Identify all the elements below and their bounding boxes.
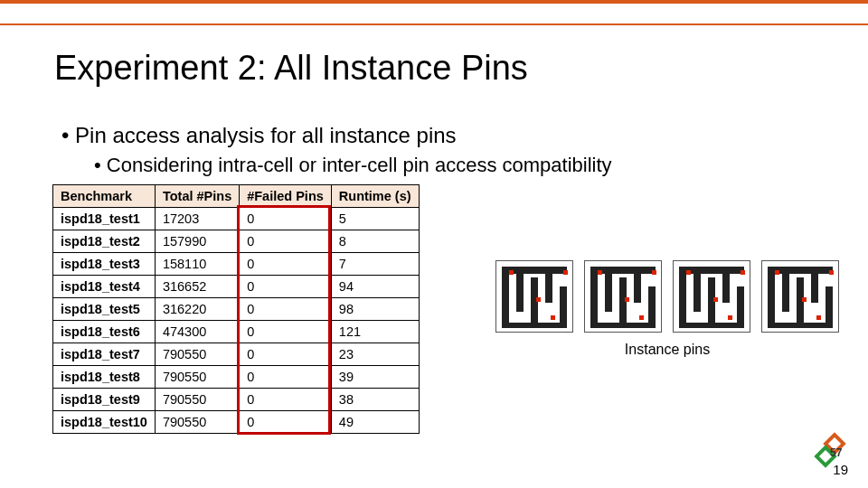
table-cell: ispd18_test6 [53, 321, 156, 343]
table-cell: 7 [331, 253, 419, 276]
table-cell: 790550 [155, 366, 239, 389]
table-cell: 121 [331, 321, 419, 343]
bullet-level1: • Pin access analysis for all instance p… [61, 123, 457, 148]
table-cell: 0 [240, 253, 332, 276]
table-cell: 0 [240, 298, 332, 321]
layout-cell-icon [673, 260, 750, 333]
table-cell: 38 [331, 389, 419, 411]
table-row: ispd18_test315811007 [53, 253, 420, 276]
table-cell: 0 [240, 276, 332, 298]
table-cell: ispd18_test3 [53, 253, 156, 276]
results-table-wrap: BenchmarkTotal #Pins#Failed PinsRuntime … [52, 184, 420, 434]
table-cell: 98 [331, 298, 419, 321]
accent-bar-sub [0, 4, 868, 25]
table-cell: 790550 [155, 343, 239, 366]
table-cell: 316652 [155, 276, 239, 298]
table-cell: 94 [331, 276, 419, 298]
instance-pins-figure: Instance pins [495, 260, 839, 358]
table-cell: ispd18_test10 [53, 411, 156, 434]
table-cell: 474300 [155, 321, 239, 343]
table-row: ispd18_test215799008 [53, 230, 420, 253]
table-cell: 8 [331, 230, 419, 253]
table-cell: 0 [240, 321, 332, 343]
results-table: BenchmarkTotal #Pins#Failed PinsRuntime … [52, 184, 420, 434]
col-header: Runtime (s) [331, 185, 419, 208]
table-cell: ispd18_test5 [53, 298, 156, 321]
table-cell: ispd18_test1 [53, 208, 156, 230]
table-row: ispd18_test64743000121 [53, 321, 420, 343]
table-cell: 17203 [155, 208, 239, 230]
table-cell: 790550 [155, 411, 239, 434]
table-row: ispd18_test5316220098 [53, 298, 420, 321]
layout-cell-icon [761, 260, 839, 333]
layout-cell-icon [495, 260, 573, 333]
table-cell: 0 [240, 230, 332, 253]
figure-caption: Instance pins [495, 342, 839, 358]
layout-cell-icon [584, 260, 662, 333]
table-cell: 5 [331, 208, 419, 230]
slide-title: Experiment 2: All Instance Pins [54, 49, 528, 88]
table-cell: ispd18_test9 [53, 389, 156, 411]
table-row: ispd18_test9790550038 [53, 389, 420, 411]
table-row: ispd18_test4316652094 [53, 276, 420, 298]
table-cell: 0 [240, 343, 332, 366]
col-header: #Failed Pins [240, 185, 332, 208]
table-cell: 39 [331, 366, 419, 389]
table-cell: 0 [240, 411, 332, 434]
page-number: 19 [833, 462, 848, 477]
col-header: Benchmark [53, 185, 156, 208]
table-cell: 23 [331, 343, 419, 366]
table-cell: 49 [331, 411, 419, 434]
table-cell: ispd18_test8 [53, 366, 156, 389]
table-cell: 157990 [155, 230, 239, 253]
table-row: ispd18_test10790550049 [53, 411, 420, 434]
table-cell: 158110 [155, 253, 239, 276]
table-cell: 0 [240, 208, 332, 230]
bullet-level2: • Considering intra-cell or inter-cell p… [94, 154, 612, 177]
table-cell: 790550 [155, 389, 239, 411]
table-row: ispd18_test7790550023 [53, 343, 420, 366]
table-cell: 316220 [155, 298, 239, 321]
table-cell: ispd18_test4 [53, 276, 156, 298]
table-cell: ispd18_test2 [53, 230, 156, 253]
table-cell: 0 [240, 366, 332, 389]
table-row: ispd18_test8790550039 [53, 366, 420, 389]
logo-number: 57 [830, 446, 842, 459]
col-header: Total #Pins [155, 185, 239, 208]
table-row: ispd18_test11720305 [53, 208, 420, 230]
table-cell: ispd18_test7 [53, 343, 156, 366]
table-cell: 0 [240, 389, 332, 411]
